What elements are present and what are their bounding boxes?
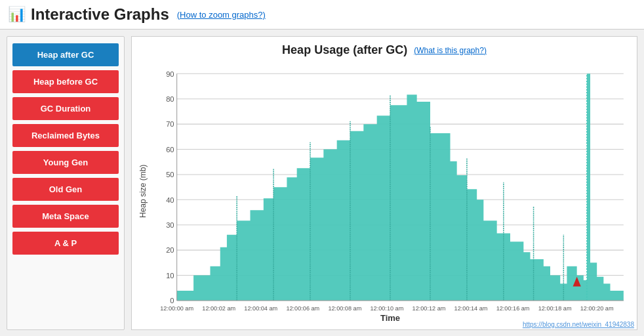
sidebar-btn-young-gen[interactable]: Young Gen xyxy=(12,151,119,174)
svg-text:12:00:06 am: 12:00:06 am xyxy=(286,305,319,312)
sidebar-btn-meta-space[interactable]: Meta Space xyxy=(12,205,119,228)
sidebar-btn-reclaimed-bytes[interactable]: Reclaimed Bytes xyxy=(12,124,119,147)
svg-text:12:00:20 am: 12:00:20 am xyxy=(580,305,614,312)
graph-info-link[interactable]: (What is this graph?) xyxy=(414,46,487,55)
svg-text:12:00:02 am: 12:00:02 am xyxy=(202,305,235,312)
svg-text:40: 40 xyxy=(166,196,174,203)
svg-text:20: 20 xyxy=(166,246,174,254)
svg-text:12:00:00 am: 12:00:00 am xyxy=(160,305,193,312)
graph-container: Heap Usage (after GC) (What is this grap… xyxy=(131,36,637,330)
sidebar-btn-gc-duration[interactable]: GC Duration xyxy=(12,97,119,120)
chart-area: Heap size (mb) 90 80 xyxy=(138,60,630,323)
svg-text:50: 50 xyxy=(166,171,174,178)
chart-svg: 90 80 70 60 50 40 30 20 10 0 xyxy=(150,60,630,312)
sidebar-btn-a-and-p[interactable]: A & P xyxy=(12,232,119,255)
svg-text:70: 70 xyxy=(166,120,174,128)
svg-text:12:00:18 am: 12:00:18 am xyxy=(538,305,572,312)
sidebar-btn-old-gen[interactable]: Old Gen xyxy=(12,178,119,201)
svg-text:30: 30 xyxy=(166,221,174,229)
watermark: https://blog.csdn.net/weixin_41942838 xyxy=(523,321,634,328)
page-title: Interactive Graphs xyxy=(31,5,169,24)
chart-inner: 90 80 70 60 50 40 30 20 10 0 xyxy=(150,60,630,323)
svg-text:0: 0 xyxy=(170,297,174,304)
sidebar-btn-heap-after-gc[interactable]: Heap after GC xyxy=(12,43,119,66)
y-axis-label: Heap size (mb) xyxy=(138,60,148,323)
svg-text:60: 60 xyxy=(166,146,174,154)
svg-text:12:00:12 am: 12:00:12 am xyxy=(413,305,446,312)
svg-text:10: 10 xyxy=(166,272,174,280)
graph-title: Heap Usage (after GC) xyxy=(282,43,407,57)
zoom-help-link[interactable]: (How to zoom graphs?) xyxy=(177,10,266,20)
svg-text:12:00:08 am: 12:00:08 am xyxy=(328,305,361,312)
svg-text:12:00:16 am: 12:00:16 am xyxy=(496,305,530,312)
svg-text:12:00:10 am: 12:00:10 am xyxy=(371,305,404,312)
chart-icon: 📊 xyxy=(8,6,26,23)
graph-title-row: Heap Usage (after GC) (What is this grap… xyxy=(138,43,630,57)
sidebar-btn-heap-before-gc[interactable]: Heap before GC xyxy=(12,70,119,93)
svg-text:80: 80 xyxy=(166,95,174,103)
page-header: 📊 Interactive Graphs (How to zoom graphs… xyxy=(0,0,644,30)
main-content: Heap after GCHeap before GCGC DurationRe… xyxy=(0,30,644,336)
svg-marker-20 xyxy=(177,74,624,301)
svg-text:12:00:04 am: 12:00:04 am xyxy=(244,305,277,312)
svg-text:90: 90 xyxy=(166,70,174,77)
sidebar: Heap after GCHeap before GCGC DurationRe… xyxy=(7,36,125,330)
svg-text:12:00:14 am: 12:00:14 am xyxy=(454,305,488,312)
